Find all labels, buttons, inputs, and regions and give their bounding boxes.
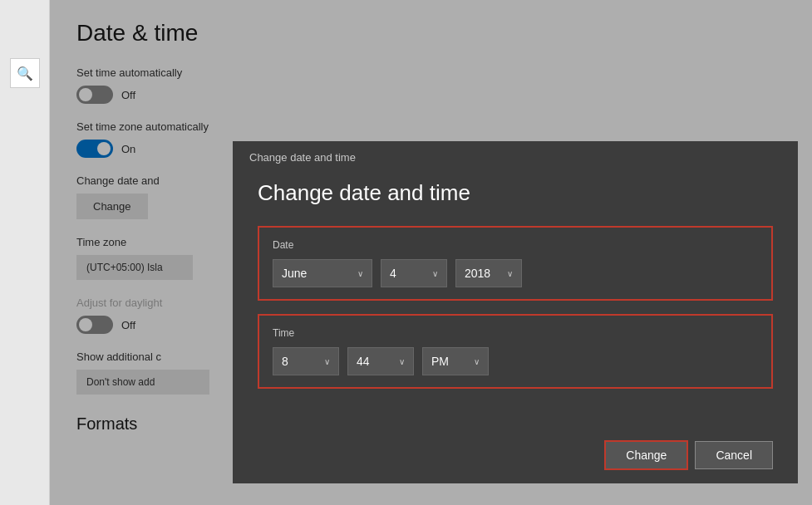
month-value: June <box>282 267 307 280</box>
dialog-cancel-button[interactable]: Cancel <box>695 441 773 469</box>
day-select[interactable]: 4 ∨ <box>381 259 447 287</box>
year-chevron-icon: ∨ <box>507 269 513 278</box>
ampm-value: PM <box>431 355 449 368</box>
year-select[interactable]: 2018 ∨ <box>455 259 522 287</box>
dialog-titlebar-label: Change date and time <box>249 151 356 164</box>
change-datetime-dialog: Change date and time Change date and tim… <box>233 141 798 483</box>
hour-chevron-icon: ∨ <box>324 357 330 366</box>
year-value: 2018 <box>465 267 490 280</box>
date-label: Date <box>273 239 758 251</box>
minute-chevron-icon: ∨ <box>399 357 405 366</box>
search-button[interactable]: 🔍 <box>10 58 40 88</box>
search-icon: 🔍 <box>17 66 33 81</box>
main-content: Date & time Set time automatically Off S… <box>50 0 812 505</box>
dialog-change-button[interactable]: Change <box>604 440 688 470</box>
dialog-titlebar: Change date and time <box>233 141 798 164</box>
day-value: 4 <box>390 267 396 280</box>
day-chevron-icon: ∨ <box>432 269 438 278</box>
ampm-select[interactable]: PM ∨ <box>422 347 489 375</box>
date-box: Date June ∨ 4 ∨ 2018 ∨ <box>258 226 773 301</box>
minute-select[interactable]: 44 ∨ <box>347 347 414 375</box>
date-dropdowns: June ∨ 4 ∨ 2018 ∨ <box>273 259 758 287</box>
time-dropdowns: 8 ∨ 44 ∨ PM ∨ <box>273 347 758 375</box>
month-chevron-icon: ∨ <box>357 269 363 278</box>
time-label: Time <box>273 327 758 339</box>
dialog-title: Change date and time <box>258 180 773 206</box>
month-select[interactable]: June ∨ <box>273 259 372 287</box>
sidebar: 🔍 <box>0 0 50 505</box>
time-box: Time 8 ∨ 44 ∨ PM ∨ <box>258 314 773 389</box>
dialog-footer: Change Cancel <box>233 427 798 483</box>
hour-value: 8 <box>282 355 288 368</box>
dialog-body: Change date and time Date June ∨ 4 ∨ 201… <box>233 164 798 427</box>
ampm-chevron-icon: ∨ <box>474 357 480 366</box>
hour-select[interactable]: 8 ∨ <box>273 347 339 375</box>
minute-value: 44 <box>357 355 370 368</box>
